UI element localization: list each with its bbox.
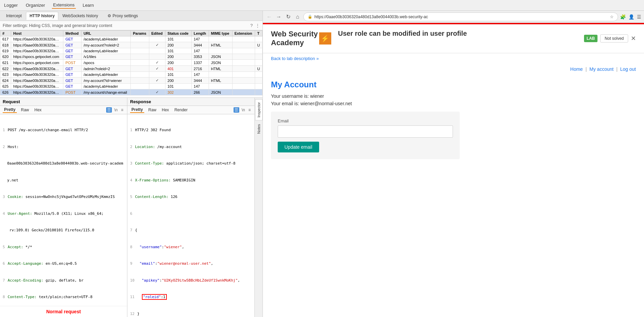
email-form-label: Email (278, 118, 453, 123)
response-tab-render[interactable]: Render (173, 107, 189, 113)
table-row[interactable]: 622https://0aae00b3036320a480...GET/admi… (0, 66, 263, 72)
address-bar[interactable]: 🔒 https://0aae00b3036320a480d13a8e004400… (303, 12, 618, 21)
proxy-settings-label: Proxy settings (113, 13, 138, 18)
wrap-icon[interactable]: ☰ (106, 107, 112, 113)
back-btn[interactable]: ← (266, 14, 273, 20)
lightning-icon: ⚡ (319, 32, 331, 45)
web-nav: Home | My account | Log out (263, 64, 644, 75)
resp-line-11: 11 "roleid":1 (130, 294, 252, 300)
logo-text-block: Web Security Academy (271, 30, 318, 48)
nav-my-account[interactable]: My account (589, 66, 614, 72)
response-tab-pretty[interactable]: Pretty (130, 107, 144, 113)
profile-icon[interactable]: 👤 (628, 14, 634, 20)
resp-line-10: 10 "apikey":"U2KyOZ9itw5BBcHbLZdeUf1Swnk… (130, 278, 252, 284)
col-url: URL (81, 31, 131, 36)
table-row[interactable]: 624https://0aae00b3036320a480...GET/my-a… (0, 78, 263, 84)
resp-newline-icon[interactable]: \n (241, 107, 246, 113)
col-params: Params (131, 31, 149, 36)
bookmark-icon[interactable]: ☆ (610, 15, 614, 19)
table-row[interactable]: 626https://0aae00b3036320a480...POST/my-… (0, 89, 263, 95)
web-security-logo: Web Security Academy ⚡ (271, 30, 331, 48)
burp-tabs: Intercept HTTP history WebSockets histor… (0, 11, 263, 21)
resp-format-icon[interactable]: ≡ (247, 107, 252, 113)
resp-line-6: 6 (130, 211, 252, 217)
response-panel-tabs: Pretty Raw Hex Render ☰ \n ≡ (127, 106, 254, 114)
notes-icon[interactable]: Notes (255, 121, 263, 137)
lab-badge: LAB (584, 35, 598, 42)
col-host: Host (11, 31, 63, 36)
tab-http-history[interactable]: HTTP history (26, 12, 58, 20)
extensions-icon[interactable]: 🧩 (620, 14, 626, 20)
filter-icons: ? ⋮ (250, 23, 260, 28)
request-code: 1POST /my-account/change-email HTTP/2 2H… (0, 114, 127, 306)
col-t: T (255, 31, 263, 36)
nav-learn[interactable]: Learn (81, 2, 95, 8)
table-row[interactable]: 619https://0aae00b3036320a480...GET/acad… (0, 48, 263, 54)
resp-wrap-icon[interactable]: ☰ (234, 107, 239, 113)
table-row[interactable]: 623https://0aae00b3036320a480...GET/acad… (0, 72, 263, 78)
response-tab-raw[interactable]: Raw (147, 107, 158, 113)
col-edited: Edited (149, 31, 165, 36)
forward-btn[interactable]: → (275, 14, 282, 20)
email-input[interactable] (278, 125, 453, 138)
inspector-icon[interactable]: Inspector (255, 99, 263, 120)
nav-organizer[interactable]: Organizer (24, 2, 46, 8)
request-tab-pretty[interactable]: Pretty (3, 107, 17, 113)
filter-text[interactable]: Filter settings: Hiding CSS, image and g… (3, 23, 112, 28)
account-email: Your email is: wiener@normal-user.net (271, 101, 636, 106)
resp-line-7: 7{ (130, 228, 252, 233)
response-code: 1HTTP/2 302 Found 2Location: /my-account… (127, 114, 254, 317)
response-tab-hex[interactable]: Hex (160, 107, 170, 113)
normal-request-label: Normal request (0, 306, 127, 317)
request-tab-hex[interactable]: Hex (33, 107, 43, 113)
table-row[interactable]: 621https://spocs.getpocket.comPOST/spocs… (0, 60, 263, 66)
lab-badge-section: LAB Not solved ✕ (584, 34, 636, 42)
side-icons: Inspector Notes (254, 98, 263, 317)
menu-icon[interactable]: ☰ (637, 14, 641, 20)
table-row[interactable]: 617https://0aae00b3036320a480...GET/acad… (0, 36, 263, 42)
req-line-5: 5Accept: */* (3, 244, 124, 250)
url-text: https://0aae00b3036320a480d13a8e0044003b… (314, 15, 608, 19)
email-form: Email Update email (271, 112, 460, 159)
resp-line-1: 1HTTP/2 302 Found (130, 127, 252, 133)
update-email-button[interactable]: Update email (278, 142, 319, 152)
request-panel: Request Pretty Raw Hex ☰ \n ≡ 1POST /my-… (0, 98, 127, 317)
nav-logout[interactable]: Log out (620, 66, 636, 72)
close-btn[interactable]: ✕ (631, 35, 636, 42)
table-row[interactable]: 620https://spocs.getpocket.comGET/v1/til… (0, 54, 263, 60)
help-icon[interactable]: ? (250, 23, 253, 28)
response-panel-header: Response (127, 98, 254, 106)
newline-icon[interactable]: \n (113, 107, 119, 113)
request-panel-header: Request (0, 98, 127, 106)
home-btn[interactable]: ⌂ (294, 14, 301, 20)
account-username: Your username is: wiener (271, 93, 636, 99)
req-resp-container: Request Pretty Raw Hex ☰ \n ≡ 1POST /my-… (0, 98, 263, 317)
my-account-title: My Account (271, 80, 636, 89)
col-mime: MIME type (209, 31, 233, 36)
req-line-8: 8Content-Type: text/plain;charset=UTF-8 (3, 294, 124, 300)
nav-sep-1: | (585, 66, 587, 72)
http-table: # Host Method URL Params Edited Status c… (0, 30, 263, 95)
nav-sep-2: | (616, 66, 618, 72)
back-link[interactable]: Back to lab description » (263, 53, 644, 64)
nav-extensions[interactable]: Extensions (52, 2, 76, 9)
response-tab-icons: ☰ \n ≡ (234, 107, 252, 113)
reload-btn[interactable]: ↻ (284, 13, 292, 20)
proxy-settings[interactable]: ⚙ Proxy settings (108, 13, 138, 18)
format-icon[interactable]: ≡ (120, 107, 124, 113)
table-row[interactable]: 625https://0aae00b3036320a480...GET/acad… (0, 84, 263, 89)
resp-line-9: 9 "email":"wiener@normal-user.net", (130, 261, 252, 267)
tab-intercept[interactable]: Intercept (3, 12, 25, 20)
my-account-section: My Account Your username is: wiener Your… (263, 75, 644, 165)
more-icon[interactable]: ⋮ (255, 23, 260, 28)
back-link-text: Back to lab description (271, 56, 315, 61)
tab-websockets[interactable]: WebSockets history (59, 12, 101, 20)
nav-home[interactable]: Home (570, 66, 583, 72)
request-tab-raw[interactable]: Raw (20, 107, 30, 113)
nav-logger[interactable]: Logger (3, 2, 19, 8)
req-line-2b: 0aae00b3036320a480d13a8e0044003b.web-sec… (3, 161, 124, 167)
lab-title: User role can be modified in user profil… (338, 30, 467, 37)
http-table-container: # Host Method URL Params Edited Status c… (0, 30, 263, 98)
col-method: Method (63, 31, 82, 36)
table-row[interactable]: 618https://0aae00b3036320a480...GET/my-a… (0, 42, 263, 48)
